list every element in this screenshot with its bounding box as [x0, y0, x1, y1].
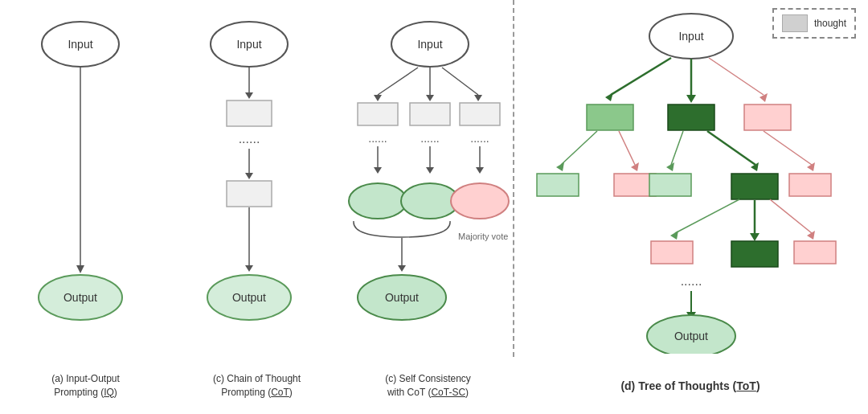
svg-text:......: ...... [239, 132, 260, 146]
cot-caption: (c) Chain of Thought Prompting (CoT) [171, 357, 342, 414]
svg-marker-59 [556, 162, 564, 171]
svg-rect-57 [744, 105, 791, 130]
svg-marker-50 [605, 92, 613, 101]
diagrams-row: Input Output Input ...... [0, 0, 868, 357]
svg-marker-43 [398, 265, 406, 272]
svg-text:......: ...... [420, 132, 439, 145]
svg-line-64 [707, 131, 755, 165]
svg-line-77 [770, 199, 812, 233]
svg-rect-27 [358, 103, 398, 125]
svg-text:Majority vote: Majority vote [458, 232, 508, 241]
left-section: Input Output Input ...... [0, 0, 514, 357]
svg-text:......: ...... [470, 132, 489, 145]
svg-line-73 [675, 199, 739, 233]
captions-row: (a) Input-Output Prompting (IQ) (c) Chai… [0, 357, 868, 414]
svg-marker-74 [670, 231, 678, 240]
svg-point-41 [451, 183, 509, 219]
legend-label: thought [814, 18, 846, 29]
svg-marker-24 [374, 95, 382, 101]
svg-marker-9 [245, 92, 253, 99]
svg-text:......: ...... [368, 132, 387, 145]
svg-marker-38 [476, 167, 484, 174]
svg-line-49 [611, 58, 671, 95]
svg-text:Input: Input [417, 38, 442, 51]
svg-marker-16 [245, 265, 253, 272]
tot-caption: (d) Tree of Thoughts (ToT) [514, 357, 867, 414]
svg-line-58 [561, 131, 597, 165]
svg-rect-81 [794, 241, 836, 264]
svg-text:Input: Input [68, 38, 92, 51]
svg-text:Input: Input [678, 30, 703, 43]
svg-rect-79 [651, 241, 693, 264]
thought-legend: thought [772, 8, 856, 39]
svg-marker-34 [374, 167, 382, 174]
svg-marker-26 [474, 95, 482, 101]
svg-rect-14 [227, 181, 272, 207]
svg-marker-52 [686, 95, 696, 103]
svg-rect-70 [649, 174, 691, 196]
right-section: thought Input [514, 0, 868, 357]
io-caption: (a) Input-Output Prompting (IQ) [0, 357, 171, 414]
svg-marker-63 [666, 162, 674, 171]
svg-line-53 [709, 58, 764, 95]
svg-text:Output: Output [385, 291, 419, 304]
svg-rect-55 [587, 105, 633, 130]
svg-marker-13 [245, 173, 253, 179]
svg-text:Output: Output [63, 291, 97, 304]
svg-text:......: ...... [681, 274, 702, 288]
svg-text:Output: Output [674, 330, 708, 342]
svg-rect-68 [537, 174, 579, 196]
svg-line-21 [378, 68, 418, 95]
svg-rect-71 [731, 174, 778, 199]
left-diagrams-svg: Input Output Input ...... [0, 0, 514, 354]
svg-marker-3 [76, 265, 84, 273]
svg-rect-29 [460, 103, 500, 125]
svg-marker-25 [426, 95, 434, 101]
svg-line-60 [619, 131, 635, 165]
page-layout: Input Output Input ...... [0, 0, 868, 414]
svg-rect-28 [410, 103, 450, 125]
svg-marker-76 [750, 233, 760, 241]
sc-caption: (c) Self Consistency with CoT (CoT-SC) [342, 357, 514, 414]
legend-box [782, 14, 808, 32]
svg-rect-10 [227, 100, 272, 126]
svg-rect-56 [668, 105, 714, 130]
svg-point-39 [349, 183, 407, 219]
svg-line-66 [764, 131, 812, 165]
svg-line-23 [442, 68, 478, 95]
tot-svg: Input [514, 0, 868, 354]
svg-text:Output: Output [232, 291, 266, 304]
svg-text:Input: Input [236, 38, 261, 51]
svg-rect-72 [789, 174, 831, 196]
svg-rect-80 [731, 241, 778, 267]
svg-line-62 [671, 131, 683, 165]
svg-marker-36 [426, 167, 434, 174]
